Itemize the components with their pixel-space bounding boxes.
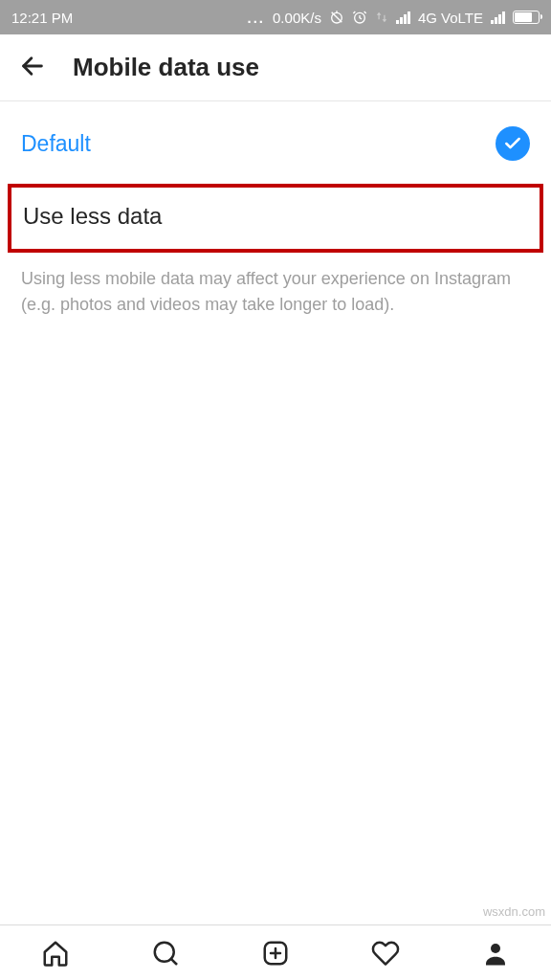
nav-profile[interactable] bbox=[476, 934, 515, 972]
network-label: 4G VoLTE bbox=[418, 10, 483, 26]
svg-line-4 bbox=[171, 958, 176, 963]
back-button[interactable] bbox=[19, 53, 46, 83]
svg-point-8 bbox=[491, 944, 500, 953]
content-area: Default Use less data Using less mobile … bbox=[0, 101, 551, 331]
alarm-icon bbox=[352, 10, 367, 25]
watermark: wsxdn.com bbox=[483, 904, 545, 919]
signal-icon-2 bbox=[491, 11, 505, 24]
status-time: 12:21 PM bbox=[11, 10, 73, 26]
option-default-label: Default bbox=[21, 131, 91, 157]
option-use-less-data-label: Use less data bbox=[23, 203, 162, 229]
status-right: ... 0.00K/s 4G VoLTE bbox=[248, 10, 540, 26]
option-default[interactable]: Default bbox=[0, 101, 551, 184]
signal-icon bbox=[396, 11, 410, 24]
nav-activity[interactable] bbox=[366, 934, 405, 972]
data-speed: 0.00K/s bbox=[273, 10, 321, 26]
nav-home[interactable] bbox=[36, 934, 75, 972]
option-use-less-data[interactable]: Use less data bbox=[8, 184, 543, 253]
checkmark-icon bbox=[496, 126, 530, 161]
more-dots-icon: ... bbox=[248, 10, 266, 26]
nav-search[interactable] bbox=[146, 934, 185, 972]
app-header: Mobile data use bbox=[0, 34, 551, 101]
nav-add-post[interactable] bbox=[256, 934, 295, 972]
description-text: Using less mobile data may affect your e… bbox=[0, 253, 551, 331]
status-bar: 12:21 PM ... 0.00K/s 4G VoLTE bbox=[0, 0, 551, 34]
page-title: Mobile data use bbox=[73, 53, 259, 82]
mute-icon bbox=[329, 10, 344, 25]
battery-icon bbox=[513, 11, 540, 24]
bottom-nav bbox=[0, 924, 551, 980]
data-transfer-icon bbox=[375, 11, 388, 24]
